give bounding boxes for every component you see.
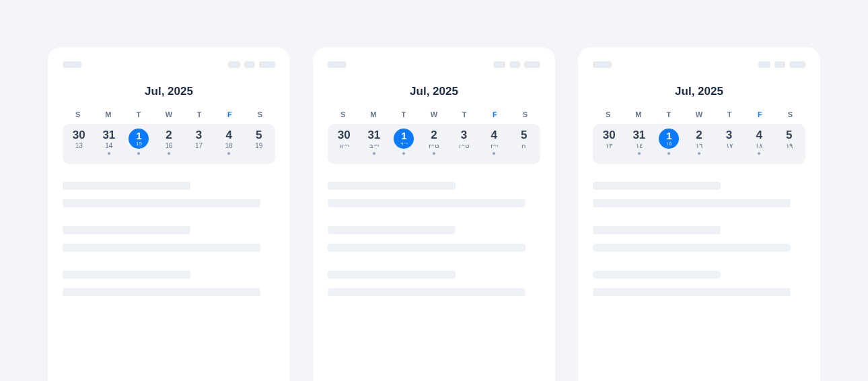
day-primary-number: 2: [431, 129, 437, 142]
day-primary-number: 1: [666, 131, 672, 141]
selected-day-badge: 1י״ד: [394, 129, 414, 149]
weekday-header: S: [593, 110, 623, 118]
event-dot-icon: [168, 152, 170, 155]
content-placeholder-item: [593, 226, 805, 252]
content-placeholder-item: [328, 182, 540, 207]
day-cell[interactable]: 418: [214, 128, 244, 162]
placeholder-line: [63, 271, 190, 279]
day-cell[interactable]: 519: [244, 128, 274, 162]
event-dot-icon: [433, 152, 435, 155]
day-cell[interactable]: 31י״ב: [359, 128, 390, 162]
content-placeholder-list: [328, 182, 540, 296]
status-indicator-icon: [758, 61, 770, 68]
day-secondary-number: ١٦: [696, 142, 702, 149]
placeholder-line: [593, 288, 791, 296]
day-secondary-number: ١٧: [726, 142, 733, 149]
status-indicator-icon: [509, 61, 520, 68]
weekday-header: T: [184, 110, 215, 118]
selected-day-badge: 1١٥: [659, 129, 679, 149]
event-dot-icon: [137, 152, 140, 155]
day-cell[interactable]: 31١٤: [624, 128, 655, 162]
day-cell[interactable]: 216: [154, 128, 184, 162]
day-cell[interactable]: 30١٣: [594, 128, 624, 162]
content-placeholder-item: [63, 182, 275, 207]
weekday-header: W: [419, 110, 449, 118]
day-primary-number: 5: [521, 129, 527, 142]
status-bar: [593, 59, 805, 70]
content-placeholder-list: [63, 182, 275, 296]
day-cell[interactable]: 30י״א: [329, 128, 359, 162]
content-placeholder-item: [63, 271, 275, 296]
weekday-header: S: [510, 110, 540, 118]
weekday-header: W: [153, 110, 184, 118]
content-placeholder-list: [593, 182, 805, 296]
day-cell[interactable]: 2ט״ז: [419, 128, 449, 162]
status-time-placeholder: [593, 61, 612, 68]
day-cell-selected[interactable]: 1י״ד: [389, 128, 419, 162]
day-cell[interactable]: 3013: [64, 128, 94, 162]
day-primary-number: 2: [696, 129, 702, 142]
event-dot-icon: [758, 152, 760, 155]
day-cell[interactable]: 4١٨: [744, 128, 774, 162]
day-primary-number: 31: [367, 129, 380, 142]
status-indicators: [228, 61, 275, 68]
weekday-header: T: [123, 110, 153, 118]
day-primary-number: 2: [166, 129, 172, 142]
placeholder-line: [328, 199, 526, 207]
day-secondary-number: 13: [75, 142, 83, 149]
weekday-header: S: [328, 110, 358, 118]
placeholder-line: [593, 271, 721, 279]
status-time-placeholder: [63, 61, 81, 68]
status-time-placeholder: [328, 61, 347, 68]
event-dot-icon: [108, 152, 110, 155]
day-secondary-number: 15: [136, 141, 142, 147]
placeholder-line: [63, 244, 260, 252]
day-secondary-number: ח: [521, 142, 526, 149]
day-cell-selected[interactable]: 115: [124, 128, 154, 162]
event-dot-icon: [373, 152, 375, 155]
weekday-header-row: SMTWTFS: [63, 110, 275, 118]
day-cell[interactable]: 5١٩: [774, 128, 804, 162]
placeholder-line: [593, 199, 791, 207]
day-cell[interactable]: 3ט״ו: [449, 128, 479, 162]
day-cell[interactable]: 5ח: [509, 128, 539, 162]
placeholder-line: [63, 288, 260, 296]
status-indicator-icon: [259, 61, 275, 68]
event-dot-icon: [227, 152, 230, 155]
weekday-header: F: [745, 110, 775, 118]
day-cell[interactable]: 2١٦: [684, 128, 715, 162]
day-cell[interactable]: 3114: [94, 128, 124, 162]
event-dot-icon: [402, 152, 405, 155]
month-title: Jul, 2025: [593, 85, 805, 98]
status-indicator-icon: [774, 61, 785, 68]
day-primary-number: 4: [491, 129, 497, 142]
day-secondary-number: 14: [105, 142, 112, 149]
placeholder-line: [593, 182, 721, 190]
weekday-header: T: [388, 110, 419, 118]
day-secondary-number: ١٨: [756, 142, 762, 149]
day-cell[interactable]: 4י״ז: [479, 128, 509, 162]
day-primary-number: 3: [196, 129, 202, 142]
day-secondary-number: ١٣: [606, 142, 612, 149]
day-secondary-number: ١٥: [666, 141, 672, 147]
event-dot-icon: [493, 152, 495, 155]
weekday-header: W: [684, 110, 714, 118]
status-indicators: [758, 61, 805, 68]
placeholder-line: [328, 182, 456, 190]
day-cell[interactable]: 3١٧: [714, 128, 744, 162]
weekday-header: M: [93, 110, 123, 118]
day-cell-selected[interactable]: 1١٥: [654, 128, 684, 162]
weekday-header: M: [358, 110, 388, 118]
day-primary-number: 31: [102, 129, 115, 142]
day-cell[interactable]: 317: [184, 128, 214, 162]
placeholder-line: [328, 226, 456, 234]
event-dot-icon: [698, 152, 700, 155]
calendar-card: Jul, 2025SMTWTFS30י״א31י״ב1י״ד2ט״ז3ט״ו4י…: [313, 47, 555, 381]
status-indicator-icon: [524, 61, 540, 68]
day-primary-number: 4: [225, 129, 231, 142]
weekday-header: T: [715, 110, 745, 118]
placeholder-line: [328, 271, 456, 279]
day-secondary-number: י״ד: [400, 141, 408, 147]
status-bar: [328, 59, 540, 70]
day-primary-number: 31: [632, 129, 645, 142]
